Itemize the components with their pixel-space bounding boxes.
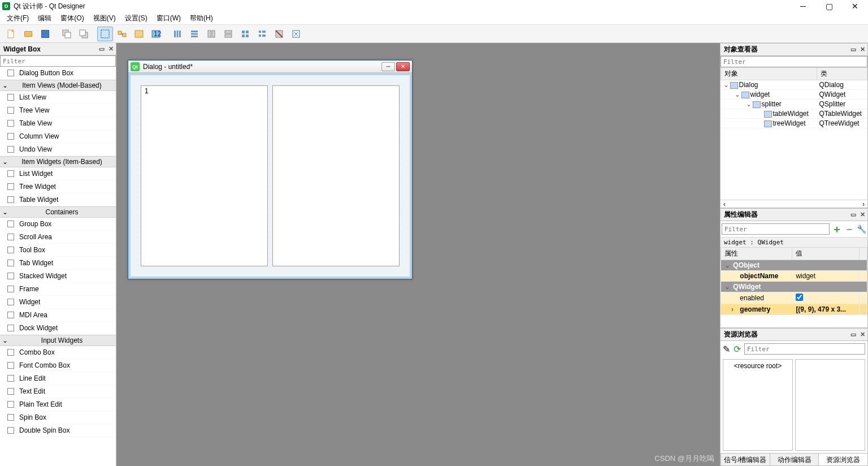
- widget-item[interactable]: Double Spin Box: [0, 424, 116, 437]
- tab-action-editor[interactable]: 动作编辑器: [770, 454, 819, 465]
- layout-vsplitter-button[interactable]: [220, 27, 236, 41]
- scroll-left-icon[interactable]: ‹: [721, 200, 728, 208]
- widget-item[interactable]: Tab Widget: [0, 257, 116, 270]
- object-row[interactable]: tableWidgetQTableWidget: [721, 109, 867, 119]
- edit-buddies-button[interactable]: [131, 27, 147, 41]
- object-inspector-filter[interactable]: [721, 56, 867, 67]
- menu-help[interactable]: 帮助(H): [185, 12, 218, 24]
- edit-signals-button[interactable]: [114, 27, 130, 41]
- widget-category[interactable]: ⌄Item Views (Model-Based): [0, 80, 116, 91]
- menu-window[interactable]: 窗口(W): [152, 12, 185, 24]
- layout-form-button[interactable]: [254, 27, 270, 41]
- widget-box-list[interactable]: Dialog Button Box⌄Item Views (Model-Base…: [0, 67, 116, 466]
- widget-item[interactable]: MDI Area: [0, 309, 116, 322]
- prop-value-header[interactable]: 值: [792, 248, 860, 260]
- widget-item[interactable]: Dock Widget: [0, 322, 116, 335]
- property-group[interactable]: ⌄ QObject: [721, 260, 867, 271]
- widget-category[interactable]: ⌄Input Widgets: [0, 335, 116, 346]
- form-window[interactable]: Qt Dialog - untitled* ─ ✕ 1: [128, 60, 413, 279]
- dock-close-icon[interactable]: ✕: [858, 331, 866, 339]
- widget-item[interactable]: Table Widget: [0, 193, 116, 206]
- widget-category[interactable]: ⌄Containers: [0, 206, 116, 218]
- widget-item[interactable]: Tool Box: [0, 244, 116, 257]
- resource-filter[interactable]: [744, 343, 865, 355]
- dock-float-icon[interactable]: ▭: [849, 331, 857, 339]
- window-maximize-button[interactable]: ▢: [816, 0, 842, 12]
- layout-horizontal-button[interactable]: [170, 27, 185, 41]
- widget-item[interactable]: Frame: [0, 283, 116, 296]
- widget-item[interactable]: List View: [0, 91, 116, 104]
- form-body[interactable]: 1: [128, 73, 412, 279]
- object-col-header[interactable]: 对象: [721, 68, 817, 80]
- bring-front-button[interactable]: [76, 27, 92, 41]
- window-minimize-button[interactable]: ─: [790, 0, 816, 12]
- resource-root[interactable]: <resource root>: [724, 361, 791, 371]
- tab-resource-browser[interactable]: 资源浏览器: [818, 454, 867, 465]
- widget-item[interactable]: Dialog Button Box: [0, 67, 116, 80]
- layout-hsplitter-button[interactable]: [203, 27, 219, 41]
- object-row[interactable]: ⌄splitterQSplitter: [721, 100, 867, 109]
- object-row[interactable]: treeWidgetQTreeWidget: [721, 119, 867, 128]
- edit-widgets-button[interactable]: [97, 27, 113, 41]
- dock-close-icon[interactable]: ✕: [107, 45, 115, 53]
- window-close-button[interactable]: ✕: [842, 0, 868, 12]
- object-row[interactable]: ⌄widgetQWidget: [721, 90, 867, 100]
- dock-close-icon[interactable]: ✕: [858, 211, 866, 219]
- design-canvas[interactable]: Qt Dialog - untitled* ─ ✕ 1 CSDN @月月吃喝: [116, 43, 720, 466]
- widget-item[interactable]: List Widget: [0, 167, 116, 180]
- resource-preview[interactable]: [795, 359, 865, 451]
- widget-item[interactable]: Table View: [0, 117, 116, 130]
- widget-item[interactable]: Undo View: [0, 143, 116, 156]
- tree-widget-pane[interactable]: [272, 85, 400, 266]
- widget-item[interactable]: Tree Widget: [0, 180, 116, 193]
- dock-float-icon[interactable]: ▭: [98, 45, 106, 53]
- widget-item[interactable]: Line Edit: [0, 372, 116, 385]
- edit-resources-icon[interactable]: ✎: [723, 344, 730, 355]
- property-row[interactable]: enabled: [721, 292, 867, 304]
- menu-view[interactable]: 视图(V): [89, 12, 120, 24]
- object-row[interactable]: ⌄DialogQDialog: [721, 80, 867, 90]
- widget-item[interactable]: Combo Box: [0, 346, 116, 359]
- object-tree[interactable]: 对象 类 ⌄DialogQDialog⌄widgetQWidget⌄splitt…: [721, 67, 867, 200]
- widget-item[interactable]: Text Edit: [0, 385, 116, 398]
- layout-grid-button[interactable]: [237, 27, 253, 41]
- remove-property-icon[interactable]: －: [844, 222, 854, 236]
- send-back-button[interactable]: [59, 27, 75, 41]
- scroll-right-icon[interactable]: ›: [860, 200, 867, 208]
- layout-vertical-button[interactable]: [186, 27, 202, 41]
- break-layout-button[interactable]: [271, 27, 287, 41]
- dock-float-icon[interactable]: ▭: [849, 211, 857, 219]
- widget-item[interactable]: Tree View: [0, 104, 116, 117]
- resource-tree[interactable]: <resource root>: [723, 359, 793, 451]
- table-widget-pane[interactable]: 1: [141, 85, 268, 266]
- reload-icon[interactable]: ⟳: [734, 344, 741, 355]
- save-file-button[interactable]: [37, 27, 53, 41]
- property-row[interactable]: objectNamewidget: [721, 271, 867, 282]
- widget-item[interactable]: Scroll Area: [0, 231, 116, 244]
- form-titlebar[interactable]: Qt Dialog - untitled* ─ ✕: [128, 61, 412, 73]
- property-filter[interactable]: [722, 223, 830, 235]
- menu-file[interactable]: 文件(F): [2, 12, 33, 24]
- widget-item[interactable]: Stacked Widget: [0, 270, 116, 283]
- class-col-header[interactable]: 类: [817, 68, 867, 80]
- add-property-icon[interactable]: ＋: [832, 222, 842, 236]
- prop-name-header[interactable]: 属性: [721, 248, 792, 260]
- tab-signal-slot[interactable]: 信号/槽编辑器: [721, 454, 770, 465]
- widget-item[interactable]: Column View: [0, 130, 116, 143]
- settings-icon[interactable]: 🔧: [857, 225, 866, 234]
- widget-item[interactable]: Plain Text Edit: [0, 398, 116, 411]
- form-minimize-button[interactable]: ─: [381, 62, 395, 71]
- new-file-button[interactable]: [3, 27, 19, 41]
- edit-tab-order-button[interactable]: 12: [148, 27, 164, 41]
- menu-form[interactable]: 窗体(O): [56, 12, 88, 24]
- adjust-size-button[interactable]: [288, 27, 304, 41]
- dock-float-icon[interactable]: ▭: [849, 46, 857, 54]
- form-close-button[interactable]: ✕: [396, 62, 410, 71]
- widget-category[interactable]: ⌄Item Widgets (Item-Based): [0, 156, 116, 167]
- dock-close-icon[interactable]: ✕: [858, 46, 866, 54]
- open-file-button[interactable]: [20, 27, 36, 41]
- property-group[interactable]: ⌄ QWidget: [721, 282, 867, 292]
- property-checkbox[interactable]: [796, 294, 803, 301]
- widget-box-filter[interactable]: [0, 55, 116, 67]
- widget-item[interactable]: Font Combo Box: [0, 359, 116, 372]
